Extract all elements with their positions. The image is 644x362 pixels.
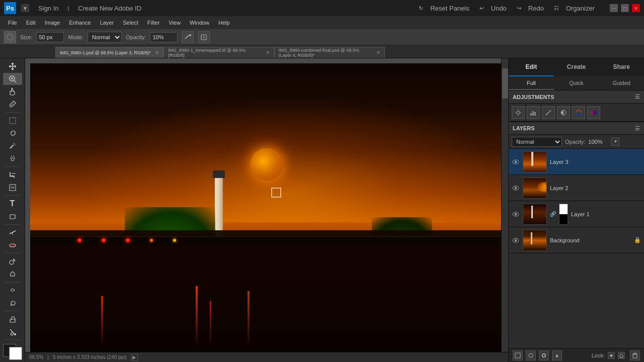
adj-color-balance[interactable] xyxy=(587,106,600,119)
undo-button[interactable]: Undo xyxy=(487,3,511,14)
layer-1-visibility[interactable] xyxy=(512,210,520,218)
menu-image[interactable]: Image xyxy=(41,18,64,27)
tab-1[interactable]: IMG_8980-1.psd @ 68.5% (Layer 3, RGB/8)*… xyxy=(55,47,164,58)
menu-view[interactable]: View xyxy=(165,18,185,27)
clone-tool[interactable] xyxy=(3,268,22,280)
status-arrow[interactable]: ▶ xyxy=(131,354,138,361)
adj-hue[interactable] xyxy=(572,106,585,119)
window-controls: ─ ◻ ✕ xyxy=(610,4,640,12)
tab-create[interactable]: Create xyxy=(554,58,599,76)
tab-3[interactable]: IMG_8980-combined-final.psd @ 68.5% (Lay… xyxy=(274,47,385,58)
menu-help[interactable]: Help xyxy=(214,18,234,27)
adj-curves[interactable] xyxy=(542,106,555,119)
lock-transparent-btn[interactable]: ■ xyxy=(608,352,615,359)
tab-2[interactable]: IMG_8980-1_tonemapped.tif @ 68.5% (RGB/8… xyxy=(164,47,274,58)
spot-healing-tool[interactable] xyxy=(3,255,22,267)
shape-tool[interactable] xyxy=(3,211,22,222)
mode-select[interactable]: Normal Multiply Screen Overlay xyxy=(88,32,122,43)
menu-filter[interactable]: Filter xyxy=(143,18,164,27)
background-layer-name: Background xyxy=(550,237,631,243)
layer-style-btn[interactable] xyxy=(526,350,536,360)
redo-button[interactable]: Redo xyxy=(524,3,548,14)
opacity-input[interactable] xyxy=(150,32,178,42)
svg-point-21 xyxy=(12,244,14,246)
svg-line-10 xyxy=(10,145,14,148)
blur-tool[interactable] xyxy=(3,284,22,296)
layers-menu-icon[interactable]: ☰ xyxy=(635,125,640,132)
tablet-pressure-btn[interactable] xyxy=(198,31,210,43)
organizer-button[interactable]: Organizer xyxy=(562,3,599,14)
layer-item-background[interactable]: Background 🔒 xyxy=(509,227,644,253)
lasso-tool[interactable] xyxy=(3,127,22,139)
tab-3-close[interactable]: ✕ xyxy=(376,50,380,55)
minimize-button[interactable]: ─ xyxy=(610,4,618,12)
layer-2-thumb xyxy=(523,177,547,199)
reset-panels-button[interactable]: Reset Panels xyxy=(426,3,473,14)
layer-item-2[interactable]: Layer 2 xyxy=(509,175,644,201)
status-divider: | xyxy=(47,354,49,360)
status-bar: 68.5% | 5 inches x 3.333 inches (240 ppi… xyxy=(25,352,508,362)
canvas-vscroll-thumb[interactable] xyxy=(502,68,508,99)
brush-preview[interactable] xyxy=(4,31,16,43)
menu-window[interactable]: Window xyxy=(186,18,213,27)
size-input[interactable] xyxy=(36,32,64,42)
menu-select[interactable]: Select xyxy=(119,18,142,27)
airbrush-toggle[interactable] xyxy=(182,31,194,43)
layer-item-1[interactable]: 🔗 Layer 1 xyxy=(509,201,644,227)
opacity-dropdown[interactable]: ▼ xyxy=(611,138,619,146)
adj-brightness[interactable] xyxy=(512,106,525,119)
type-tool[interactable]: T xyxy=(3,198,22,209)
layer-blend-modes-btn[interactable] xyxy=(513,350,523,360)
tab-quick[interactable]: Quick xyxy=(554,76,599,90)
delete-layer-btn[interactable] xyxy=(630,350,640,360)
tab-full[interactable]: Full xyxy=(509,76,554,90)
paint-bucket-tool[interactable] xyxy=(3,326,22,337)
zoom-level: 68.5% xyxy=(29,354,43,360)
reset-panels-group: ↻ Reset Panels xyxy=(419,3,473,14)
zoom-tool[interactable] xyxy=(3,73,22,84)
tab-share[interactable]: Share xyxy=(599,58,644,76)
layer-2-visibility[interactable] xyxy=(512,184,520,192)
adjustments-menu-icon[interactable]: ☰ xyxy=(635,94,640,100)
menu-file[interactable]: File xyxy=(4,18,21,27)
image-info: 5 inches x 3.333 inches (240 ppi) xyxy=(53,354,127,360)
menu-edit[interactable]: Edit xyxy=(22,18,40,27)
layer-adjustment-btn[interactable]: ▲ xyxy=(552,350,562,360)
background-visibility[interactable] xyxy=(512,236,520,244)
menu-enhance[interactable]: Enhance xyxy=(65,18,95,27)
maximize-button[interactable]: ◻ xyxy=(621,4,629,12)
dodge-tool[interactable] xyxy=(3,297,22,309)
recompose-tool[interactable] xyxy=(3,182,22,193)
layer-3-visibility[interactable] xyxy=(512,158,520,166)
tab-2-close[interactable]: ✕ xyxy=(266,50,270,55)
menu-layer[interactable]: Layer xyxy=(96,18,118,27)
hand-tool[interactable] xyxy=(3,86,22,98)
sign-in-button[interactable]: Sign In xyxy=(34,3,62,14)
move-tool[interactable] xyxy=(3,60,22,72)
background-color[interactable] xyxy=(9,347,22,360)
close-button[interactable]: ✕ xyxy=(632,4,640,12)
red-eye-tool[interactable] xyxy=(3,239,22,251)
svg-point-14 xyxy=(11,158,14,161)
magic-wand-tool[interactable] xyxy=(3,140,22,152)
app-menu-icon[interactable]: ▼ xyxy=(21,4,29,12)
tab-guided[interactable]: Guided xyxy=(599,76,644,90)
adj-levels[interactable] xyxy=(527,106,540,119)
adj-exposure[interactable] xyxy=(557,106,570,119)
create-id-button[interactable]: Create New Adobe ID xyxy=(74,3,145,14)
tab-1-close[interactable]: ✕ xyxy=(155,50,159,55)
eraser-tool[interactable] xyxy=(3,313,22,325)
adjustments-bar: ADJUSTMENTS ☰ xyxy=(509,90,644,104)
tab-edit[interactable]: Edit xyxy=(509,58,554,76)
canvas-vscroll[interactable] xyxy=(501,58,508,352)
layer-item-3[interactable]: Layer 3 xyxy=(509,149,644,175)
straighten-tool[interactable] xyxy=(3,227,22,238)
marquee-tool[interactable] xyxy=(3,115,22,126)
svg-point-49 xyxy=(529,353,533,357)
layer-mode-select[interactable]: Normal Multiply Screen Overlay Darken Li… xyxy=(512,137,562,147)
eyedropper-tool[interactable] xyxy=(3,99,22,110)
lock-pixels-btn[interactable] xyxy=(618,352,625,359)
quick-selection-tool[interactable] xyxy=(3,153,22,164)
layer-mask-btn[interactable] xyxy=(539,350,549,360)
crop-tool[interactable] xyxy=(3,169,22,180)
